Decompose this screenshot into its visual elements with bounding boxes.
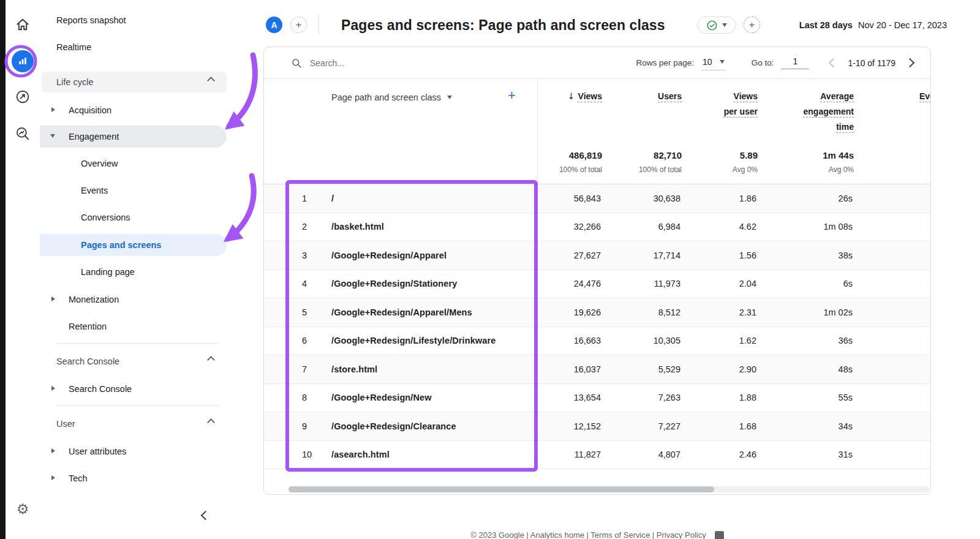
customize-report-button[interactable]: + bbox=[744, 17, 760, 33]
table-row[interactable]: 9 /Google+Redesign/Clearance 12,152 7,22… bbox=[264, 412, 930, 441]
sidebar-item-landing-page[interactable]: Landing page bbox=[81, 266, 135, 278]
reports-icon[interactable] bbox=[6, 50, 40, 72]
row-avg-engagement-time: 26s bbox=[839, 194, 853, 203]
row-index: 6 bbox=[302, 336, 307, 345]
date-range-picker[interactable]: Last 28 days Nov 20 - Dec 17, 2023 bbox=[799, 20, 947, 30]
rows-per-page-value: 10 bbox=[703, 57, 712, 67]
rows-per-page-select[interactable]: 10 bbox=[701, 56, 726, 70]
row-users: 5,529 bbox=[658, 364, 680, 374]
row-page-path: /basket.html bbox=[331, 222, 384, 232]
section-header-user: User bbox=[56, 418, 75, 430]
sidebar-item-search-console[interactable]: Search Console bbox=[69, 383, 132, 395]
row-avg-engagement-time: 36s bbox=[839, 336, 853, 345]
table-row[interactable]: 8 /Google+Redesign/New 13,654 7,263 1.88… bbox=[264, 384, 930, 413]
total-value: 486,819 bbox=[569, 150, 602, 160]
row-index: 7 bbox=[302, 364, 307, 374]
collapse-engagement-icon[interactable] bbox=[50, 134, 55, 138]
expand-user-attributes-icon[interactable] bbox=[51, 448, 55, 453]
footer-links[interactable]: © 2023 Google | Analytics home | Terms o… bbox=[470, 530, 706, 539]
expand-tech-icon[interactable] bbox=[51, 475, 55, 480]
search-input[interactable] bbox=[310, 58, 445, 68]
goto-page-input[interactable] bbox=[781, 56, 809, 69]
column-header-users[interactable]: Users bbox=[620, 89, 682, 104]
column-header-avg-engagement-time[interactable]: Average engagement time bbox=[793, 89, 854, 135]
row-index: 8 bbox=[302, 393, 307, 402]
expand-acquisition-icon[interactable] bbox=[51, 107, 55, 112]
table-row[interactable]: 4 /Google+Redesign/Stationery 24,476 11,… bbox=[264, 270, 930, 299]
total-subtext: 100% of total bbox=[620, 165, 682, 174]
row-views: 16,663 bbox=[574, 336, 601, 345]
next-page-icon[interactable] bbox=[905, 58, 915, 68]
row-views: 12,152 bbox=[574, 421, 601, 431]
sidebar-item-acquisition[interactable]: Acquisition bbox=[69, 104, 111, 116]
table-row[interactable]: 3 /Google+Redesign/Apparel 27,627 17,714… bbox=[264, 241, 930, 270]
previous-page-icon[interactable] bbox=[829, 58, 839, 68]
row-page-path: /asearch.html bbox=[331, 450, 390, 459]
collapse-sidebar-icon[interactable] bbox=[201, 511, 211, 521]
sidebar-item-reports-snapshot[interactable]: Reports snapshot bbox=[56, 14, 126, 26]
total-value: 1m 44s bbox=[823, 150, 854, 160]
total-users: 82,710 100% of total bbox=[620, 150, 682, 174]
header-divider bbox=[318, 15, 319, 34]
row-page-path: /store.html bbox=[331, 364, 377, 374]
collapse-search-console-chevron-icon[interactable] bbox=[207, 356, 215, 364]
table-row[interactable]: 6 /Google+Redesign/Lifestyle/Drinkware 1… bbox=[264, 327, 930, 356]
sidebar-item-overview[interactable]: Overview bbox=[81, 157, 118, 170]
advertising-icon[interactable] bbox=[6, 126, 40, 141]
add-dimension-button[interactable]: + bbox=[508, 88, 516, 104]
row-views: 56,843 bbox=[574, 194, 601, 203]
column-header-views[interactable]: ↓Views bbox=[541, 89, 602, 104]
explore-icon[interactable] bbox=[6, 89, 40, 105]
column-header-views-per-user[interactable]: Views per user bbox=[721, 89, 758, 119]
row-views-per-user: 1.62 bbox=[739, 336, 756, 345]
sidebar-item-conversions[interactable]: Conversions bbox=[81, 211, 130, 224]
expand-search-console-icon[interactable] bbox=[51, 386, 55, 391]
table-row[interactable]: 10 /asearch.html 11,827 4,807 2.46 31s bbox=[264, 441, 930, 470]
row-views-per-user: 1.88 bbox=[739, 393, 756, 402]
sidebar-item-events[interactable]: Events bbox=[81, 184, 108, 197]
row-index: 5 bbox=[302, 307, 307, 317]
sidebar-divider bbox=[56, 343, 218, 344]
feedback-icon[interactable] bbox=[715, 531, 724, 539]
table-row[interactable]: 5 /Google+Redesign/Apparel/Mens 19,626 8… bbox=[264, 298, 930, 327]
scrollbar-handle[interactable] bbox=[288, 486, 714, 492]
table-search bbox=[291, 58, 636, 69]
sidebar-item-retention[interactable]: Retention bbox=[69, 320, 107, 333]
page-footer: © 2023 Google | Analytics home | Terms o… bbox=[263, 530, 931, 539]
dimension-header[interactable]: Page path and screen class bbox=[331, 92, 452, 102]
window-edge bbox=[0, 0, 6, 539]
table-row[interactable]: 7 /store.html 16,037 5,529 2.90 48s bbox=[264, 355, 930, 384]
sidebar-item-pages-and-screens[interactable]: Pages and screens bbox=[81, 239, 161, 251]
chevron-down-icon bbox=[447, 96, 452, 99]
sidebar-item-engagement[interactable]: Engagement bbox=[69, 130, 119, 143]
avatar[interactable]: A bbox=[266, 17, 282, 33]
collapse-user-chevron-icon[interactable] bbox=[207, 418, 215, 426]
sidebar-item-tech[interactable]: Tech bbox=[69, 472, 88, 484]
section-header-life-cycle: Life cycle bbox=[56, 76, 93, 88]
total-views-per-user: 5.89 Avg 0% bbox=[721, 150, 758, 174]
ga4-app: ⚙ Reports snapshot Realtime Life cycle A… bbox=[0, 0, 980, 539]
row-index: 2 bbox=[302, 222, 307, 232]
rows-per-page-label: Rows per page: bbox=[636, 58, 694, 67]
sidebar-item-monetization[interactable]: Monetization bbox=[69, 293, 119, 306]
explore-icon-glyph bbox=[15, 89, 31, 105]
row-users: 11,973 bbox=[654, 279, 680, 288]
expand-monetization-icon[interactable] bbox=[51, 296, 55, 301]
add-comparison-button[interactable]: + bbox=[290, 17, 307, 33]
row-views-per-user: 2.46 bbox=[739, 450, 756, 459]
column-header-event-count-clipped[interactable]: Event count bbox=[919, 89, 931, 104]
sidebar-item-user-attributes[interactable]: User attributes bbox=[69, 445, 126, 458]
table-row[interactable]: 1 / 56,843 30,638 1.86 26s bbox=[264, 184, 930, 213]
row-views: 24,476 bbox=[574, 279, 601, 288]
admin-gear-icon[interactable]: ⚙ bbox=[6, 502, 40, 516]
sidebar-item-realtime[interactable]: Realtime bbox=[56, 41, 91, 53]
row-users: 30,638 bbox=[654, 194, 680, 203]
total-avg-engagement-time: 1m 44s Avg 0% bbox=[793, 150, 854, 174]
report-status-badge[interactable] bbox=[697, 17, 736, 34]
row-views-per-user: 1.56 bbox=[739, 251, 756, 260]
page-title: Pages and screens: Page path and screen … bbox=[341, 17, 665, 34]
row-views-per-user: 1.68 bbox=[739, 421, 756, 431]
row-users: 7,263 bbox=[658, 393, 680, 402]
home-icon[interactable] bbox=[6, 17, 40, 32]
table-row[interactable]: 2 /basket.html 32,266 6,984 4.62 1m 08s bbox=[264, 213, 930, 242]
